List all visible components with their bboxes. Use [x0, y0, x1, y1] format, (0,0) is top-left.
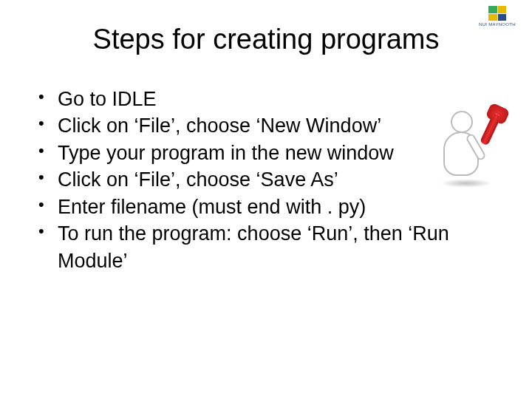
- list-item: Enter filename (must end with . py): [34, 194, 510, 220]
- logo-shield-icon: [488, 6, 506, 21]
- slide-title: Steps for creating programs: [0, 0, 532, 55]
- university-logo: NUI MAYNOOTH: [471, 6, 523, 31]
- list-item: To run the program: choose ‘Run’, then ‘…: [34, 220, 510, 274]
- logo-text: NUI MAYNOOTH: [479, 22, 516, 27]
- wrench-figure-icon: [430, 103, 511, 192]
